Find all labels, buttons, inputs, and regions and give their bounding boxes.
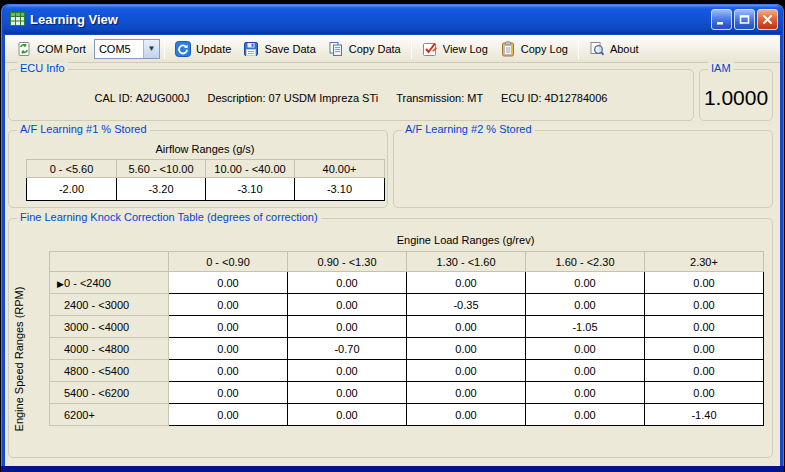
close-button[interactable] (757, 9, 778, 30)
titlebar[interactable]: Learning View (3, 5, 782, 34)
knock-cell: 0.00 (407, 316, 526, 338)
window-frame: Learning View COM Port (1, 4, 784, 472)
knock-cell: -1.05 (526, 316, 645, 338)
af-value-cell: -3.20 (117, 178, 206, 201)
update-button[interactable]: Update (169, 38, 237, 60)
chevron-down-icon[interactable]: ▼ (143, 40, 159, 58)
knock-col-header: 0 - <0.90 (169, 252, 288, 272)
ecu-id-value: 4D12784006 (544, 92, 607, 104)
knock-cell: 0.00 (407, 338, 526, 360)
toolbar-separator (164, 39, 165, 59)
af-learning-2-group: A/F Learning #2 % Stored (393, 130, 773, 208)
copy-icon (328, 41, 344, 57)
copy-data-label: Copy Data (349, 43, 401, 55)
knock-cell: 0.00 (288, 272, 407, 294)
af-value-cell: -3.10 (295, 178, 385, 201)
knock-row: 2400 - <3000 0.00 0.00 -0.35 0.00 0.00 (50, 294, 764, 316)
knock-cell: 0.00 (645, 382, 764, 404)
af-col-header: 10.00 - <40.00 (206, 160, 295, 178)
minimize-icon (715, 13, 728, 26)
knock-corner-cell (50, 252, 169, 272)
window-title: Learning View (30, 12, 711, 27)
knock-cell: 0.00 (407, 272, 526, 294)
com-port-button[interactable]: COM Port (10, 38, 92, 60)
client-area: COM Port COM5 ▼ Update (5, 35, 780, 466)
knock-cell: 0.00 (645, 360, 764, 382)
knock-cell: 0.00 (288, 316, 407, 338)
toolbar-separator (578, 39, 579, 59)
af-learning-1-table: 0 - <5.60 5.60 - <10.00 10.00 - <40.00 4… (26, 159, 385, 201)
knock-cell: 0.00 (407, 360, 526, 382)
af-value-cell: -3.10 (206, 178, 295, 201)
selected-row-marker-icon: ▶ (50, 279, 64, 289)
knock-cell: 0.00 (288, 360, 407, 382)
knock-cell: 0.00 (169, 294, 288, 316)
description-value: 07 USDM Impreza STi (269, 92, 379, 104)
transmission-label: Transmission: (396, 92, 464, 104)
com-port-label: COM Port (37, 43, 86, 55)
knock-row-label: 4000 - <4800 (50, 338, 169, 360)
description: Description:07 USDM Impreza STi (207, 92, 378, 104)
knock-col-header: 1.30 - <1.60 (407, 252, 526, 272)
view-log-label: View Log (443, 43, 488, 55)
about-button[interactable]: About (583, 38, 645, 60)
knock-cell: 0.00 (526, 272, 645, 294)
knock-cell: -1.40 (645, 404, 764, 426)
knock-cell: 0.00 (645, 316, 764, 338)
cal-id-value: A2UG000J (136, 92, 190, 104)
copy-log-button[interactable]: Copy Log (494, 38, 574, 60)
knock-row-label-text: 4800 - <5400 (64, 365, 129, 377)
about-icon (589, 41, 605, 57)
knock-cell: 0.00 (169, 360, 288, 382)
knock-cell: 0.00 (407, 382, 526, 404)
knock-cell: 0.00 (169, 404, 288, 426)
knock-row-label-text: 6200+ (64, 409, 95, 421)
ecu-id: ECU ID:4D12784006 (501, 92, 607, 104)
knock-cell: 0.00 (526, 338, 645, 360)
toolbar-separator (411, 39, 412, 59)
af-col-header: 0 - <5.60 (27, 160, 117, 178)
engine-speed-ranges-text: Engine Speed Ranges (RPM) (13, 287, 25, 432)
knock-row-label-text: 2400 - <3000 (64, 299, 129, 311)
knock-correction-table: 0 - <0.90 0.90 - <1.30 1.30 - <1.60 1.60… (49, 251, 764, 426)
copy-log-icon (500, 41, 516, 57)
view-log-icon (422, 41, 438, 57)
update-label: Update (196, 43, 231, 55)
cal-id: CAL ID:A2UG000J (95, 92, 190, 104)
knock-cell: -0.70 (288, 338, 407, 360)
view-log-button[interactable]: View Log (416, 38, 494, 60)
copy-data-button[interactable]: Copy Data (322, 38, 407, 60)
knock-row-label: ▶0 - <2400 (50, 272, 169, 294)
transmission-value: MT (467, 92, 483, 104)
knock-cell: 0.00 (526, 404, 645, 426)
toolbar: COM Port COM5 ▼ Update (5, 35, 780, 63)
af-col-header: 5.60 - <10.00 (117, 160, 206, 178)
knock-row: 4000 - <4800 0.00 -0.70 0.00 0.00 0.00 (50, 338, 764, 360)
knock-row: 5400 - <6200 0.00 0.00 0.00 0.00 0.00 (50, 382, 764, 404)
af-learning-1-group: A/F Learning #1 % Stored Airflow Ranges … (8, 130, 388, 208)
ecu-id-label: ECU ID: (501, 92, 541, 104)
knock-cell: 0.00 (645, 272, 764, 294)
knock-cell: 0.00 (526, 382, 645, 404)
knock-row: ▶0 - <2400 0.00 0.00 0.00 0.00 0.00 (50, 272, 764, 294)
af-learning-2-title: A/F Learning #2 % Stored (402, 123, 535, 135)
knock-row: 3000 - <4000 0.00 0.00 0.00 -1.05 0.00 (50, 316, 764, 338)
knock-cell: 0.00 (645, 338, 764, 360)
minimize-button[interactable] (711, 9, 732, 30)
knock-cell: -0.35 (407, 294, 526, 316)
af-value-row: -2.00 -3.20 -3.10 -3.10 (27, 178, 385, 201)
maximize-button[interactable] (734, 9, 755, 30)
com-port-select[interactable]: COM5 ▼ (94, 39, 160, 59)
ecu-info-group: ECU Info CAL ID:A2UG000J Description:07 … (8, 69, 694, 121)
iam-value: 1.0000 (700, 86, 772, 110)
knock-cell: 0.00 (288, 404, 407, 426)
window-bottom-edge (1, 466, 784, 472)
app-icon (10, 12, 25, 27)
knock-correction-group: Fine Learning Knock Correction Table (de… (8, 218, 773, 458)
knock-row-label: 3000 - <4000 (50, 316, 169, 338)
save-data-button[interactable]: Save Data (237, 38, 321, 60)
knock-row-label-text: 5400 - <6200 (64, 387, 129, 399)
knock-cell: 0.00 (169, 272, 288, 294)
about-label: About (610, 43, 639, 55)
knock-correction-title: Fine Learning Knock Correction Table (de… (17, 211, 321, 223)
